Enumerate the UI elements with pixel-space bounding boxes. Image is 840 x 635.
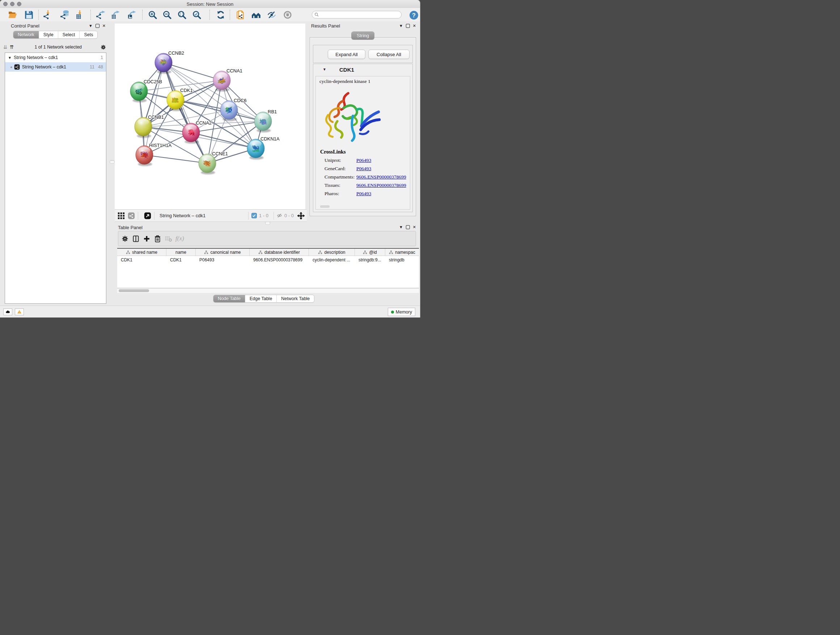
- string-results-container: Expand All Collapse All ▼ CDK1 cyclin-de…: [309, 37, 416, 216]
- birds-eye-view-icon[interactable]: [118, 212, 125, 219]
- crosslink-link[interactable]: 9606.ENSP00000378699: [356, 174, 406, 180]
- expand-all-button[interactable]: Expand All: [328, 50, 365, 59]
- import-network-file-icon[interactable]: [43, 10, 52, 19]
- network-node-HIST1H1A[interactable]: [136, 146, 153, 166]
- network-node-CCNE1[interactable]: [199, 154, 216, 174]
- network-edge[interactable]: [144, 155, 207, 163]
- collection-count: 1: [101, 55, 103, 60]
- network-node-CCNB2[interactable]: [155, 53, 172, 74]
- detach-view-icon[interactable]: [144, 212, 151, 219]
- crosslink-link[interactable]: P06493: [356, 166, 371, 172]
- control-panel-tabs: Network Style Select Sets: [13, 31, 97, 38]
- network-node-CDKN1A[interactable]: [247, 139, 264, 160]
- new-network-from-selection-icon[interactable]: [236, 10, 245, 19]
- network-edge[interactable]: [164, 63, 207, 163]
- tab-edge-table[interactable]: Edge Table: [245, 295, 276, 302]
- zoom-out-icon[interactable]: [163, 10, 172, 19]
- scrollbar-thumb[interactable]: [118, 289, 149, 292]
- network-node-CCNB1[interactable]: [134, 117, 152, 138]
- gene-details: cyclin-dependent kinase 1: [316, 76, 410, 210]
- zoom-selected-icon[interactable]: [192, 10, 202, 19]
- table-panel-float-icon[interactable]: [406, 225, 410, 229]
- network-edge[interactable]: [164, 63, 222, 80]
- network-node-CDK1[interactable]: [167, 90, 184, 111]
- column-header-shared-name[interactable]: shared name: [117, 249, 166, 256]
- crosslink-link[interactable]: 9606.ENSP00000378699: [356, 182, 406, 188]
- control-panel-float-icon[interactable]: [95, 24, 99, 28]
- network-node-label: HIST1H1A: [149, 143, 172, 148]
- tab-style[interactable]: Style: [39, 31, 58, 38]
- export-image-icon[interactable]: [126, 10, 136, 19]
- export-network-icon[interactable]: [96, 10, 105, 19]
- table-horizontal-scrollbar[interactable]: [117, 288, 419, 293]
- zoom-in-icon[interactable]: [148, 10, 157, 19]
- gene-section-header[interactable]: ▼ CDK1: [313, 64, 412, 76]
- network-overview-icon[interactable]: [128, 212, 135, 219]
- column-header-database-identifier[interactable]: database identifier: [249, 249, 309, 256]
- collapse-all-networks-icon[interactable]: ⇊: [3, 44, 8, 50]
- table-panel-close-icon[interactable]: ✕: [413, 225, 416, 229]
- table-panel-title: Table Panel: [118, 225, 142, 230]
- network-node-RB1[interactable]: [254, 112, 272, 133]
- tab-node-table[interactable]: Node Table: [213, 295, 245, 302]
- expand-all-networks-icon[interactable]: ⇈: [10, 44, 14, 50]
- network-node-label: CDC25B: [144, 79, 162, 84]
- network-node-CCNA1[interactable]: [213, 71, 231, 92]
- results-panel-close-icon[interactable]: ✕: [413, 24, 416, 28]
- tab-network-table[interactable]: Network Table: [276, 295, 314, 302]
- sitemap-icon: [204, 250, 208, 255]
- hide-selection-icon[interactable]: [267, 10, 276, 19]
- left-splitter-handle[interactable]: [110, 160, 115, 164]
- main-area: Control Panel ▼ ✕ Network Style Select S…: [0, 21, 420, 306]
- tab-select[interactable]: Select: [58, 31, 80, 38]
- column-header-id[interactable]: @id: [355, 249, 385, 256]
- results-horizontal-scrollbar[interactable]: [320, 205, 330, 208]
- network-collection-row[interactable]: ▼ String Network – cdk1 1: [5, 53, 106, 62]
- first-neighbors-icon[interactable]: [251, 10, 261, 19]
- collapse-all-button[interactable]: Collapse All: [368, 50, 409, 59]
- tab-sets[interactable]: Sets: [79, 31, 97, 38]
- crosslink-link[interactable]: P06493: [356, 191, 371, 196]
- network-graph: CCNB2CCNA1CDC25BCDK1CDC6RB1CCNB1CCNA2CDK…: [115, 24, 305, 209]
- network-canvas[interactable]: CCNB2CCNA1CDC25BCDK1CDC6RB1CCNB1CCNA2CDK…: [115, 24, 305, 209]
- memory-button[interactable]: Memory: [388, 308, 415, 316]
- crosslink-link[interactable]: P06493: [356, 157, 371, 163]
- show-columns-icon[interactable]: [132, 235, 140, 242]
- search-input[interactable]: [319, 12, 399, 18]
- gene-collapse-icon[interactable]: ▼: [323, 67, 326, 71]
- selected-count-checkbox-icon[interactable]: [251, 213, 257, 218]
- table-options-gear-icon[interactable]: [121, 235, 129, 242]
- column-header-canonical-name[interactable]: canonical name: [196, 249, 249, 256]
- delete-column-icon[interactable]: [154, 235, 161, 242]
- zoom-fit-icon[interactable]: [177, 10, 187, 19]
- network-node-CCNA2[interactable]: [182, 123, 200, 144]
- fit-selected-crosshair-icon[interactable]: [297, 212, 305, 219]
- network-node-CDC25B[interactable]: [130, 82, 148, 103]
- column-header-name[interactable]: name: [166, 249, 196, 256]
- crosslink-row: Pharos: P06493: [325, 191, 408, 199]
- tab-network[interactable]: Network: [13, 31, 39, 38]
- control-panel-close-icon[interactable]: ✕: [103, 24, 106, 28]
- tab-string[interactable]: String: [352, 32, 374, 40]
- network-tree: ▼ String Network – cdk1 1 ● String Netwo…: [5, 52, 106, 304]
- import-table-icon[interactable]: [74, 10, 84, 19]
- network-row[interactable]: ● String Network – cdk1 11 48: [5, 62, 106, 72]
- import-network-database-icon[interactable]: [60, 10, 69, 19]
- results-panel-float-icon[interactable]: [406, 24, 410, 28]
- control-panel-collapse-icon[interactable]: ▼: [88, 24, 93, 28]
- cloud-status-button[interactable]: [3, 309, 12, 315]
- open-session-icon[interactable]: [8, 10, 17, 19]
- collection-expand-icon[interactable]: ▼: [8, 56, 11, 60]
- table-row[interactable]: CDK1 CDK1 P06493 9606.ENSP00000378699 cy…: [117, 256, 419, 264]
- network-options-gear-icon[interactable]: [100, 44, 106, 50]
- add-column-icon[interactable]: [143, 235, 150, 242]
- table-panel-collapse-icon[interactable]: ▼: [399, 225, 403, 229]
- column-header-namespace[interactable]: namespac: [385, 249, 419, 256]
- help-icon[interactable]: ?: [409, 11, 417, 19]
- results-panel-collapse-icon[interactable]: ▼: [399, 24, 403, 28]
- export-table-icon[interactable]: [111, 10, 120, 19]
- apply-layout-icon[interactable]: [216, 10, 225, 19]
- save-session-icon[interactable]: [24, 10, 34, 19]
- column-header-description[interactable]: description: [309, 249, 355, 256]
- warnings-button[interactable]: [15, 309, 24, 315]
